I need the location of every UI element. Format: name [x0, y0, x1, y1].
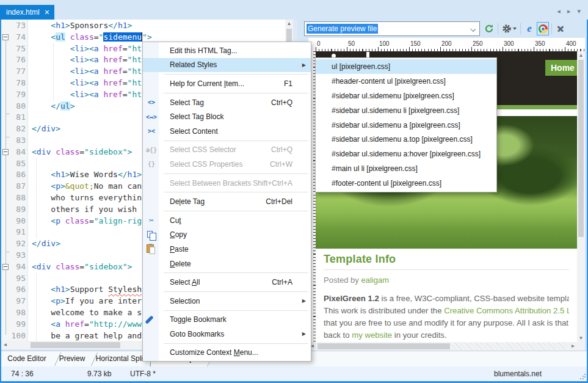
- tab-preview[interactable]: Preview: [55, 351, 89, 367]
- code-text: <li><a href="ht: [32, 78, 142, 89]
- code-line-73[interactable]: 73 <h1>Sponsors</h1>: [1, 20, 285, 32]
- preview-settings-button[interactable]: [501, 22, 518, 35]
- scrollbar-corner: [577, 342, 585, 351]
- home-nav-button[interactable]: Home: [545, 60, 577, 76]
- menu-item-edit-this-html-tag[interactable]: Edit this HTML Tag...: [143, 43, 311, 58]
- menu-item-cut[interactable]: ✂Cut: [143, 213, 311, 228]
- menu-item-label: Toggle Bookmark: [170, 315, 227, 324]
- code-token: href: [103, 55, 122, 64]
- menu-item-goto-bookmarks[interactable]: Goto Bookmarks▶: [143, 327, 311, 341]
- menu-item-selection[interactable]: Selection▶: [143, 294, 311, 308]
- code-token: "sidebox": [84, 147, 127, 156]
- menu-item-select-tag-block[interactable]: <↔>Select Tag Block: [143, 109, 311, 124]
- scrollbar-thumb[interactable]: [318, 343, 450, 349]
- submenu-item-header-content-ul-pixelgreen-css[interactable]: #header-content ul [pixelgreen.css]: [316, 74, 496, 89]
- code-token: =: [123, 90, 128, 99]
- internet-explorer-button[interactable]: e: [523, 22, 535, 35]
- ruler-label: 350: [535, 40, 545, 47]
- ruler-major-tick: [347, 47, 347, 51]
- menu-item-related-styles[interactable]: Related Styles▶: [143, 58, 311, 73]
- context-menu: Edit this HTML Tag...Related Styles▶Help…: [142, 42, 311, 362]
- line-number: 73: [1, 20, 26, 32]
- menu-item-select-css-selector: a{}Select CSS SelectorCtrl+Q: [143, 143, 311, 158]
- ruler-label: 400: [566, 40, 576, 47]
- scroll-right-icon[interactable]: ►: [569, 342, 577, 351]
- menu-item-label: Delete Tag: [170, 197, 205, 206]
- submenu-item-sidebar-ul-sidemenu-a-hover-pixelgreen-css[interactable]: #sidebar ul.sidemenu a:hover [pixelgreen…: [316, 147, 496, 161]
- submenu-item-sidebar-ul-sidemenu-pixelgreen-css[interactable]: #sidebar ul.sidemenu [pixelgreen.css]: [316, 89, 496, 103]
- code-token: >: [65, 285, 70, 294]
- menu-item-paste[interactable]: Paste: [143, 242, 311, 257]
- tab-code-editor[interactable]: Code Editor: [1, 351, 53, 367]
- scrollbar-thumb[interactable]: [578, 60, 584, 237]
- refresh-button[interactable]: [483, 22, 495, 35]
- code-token: >: [128, 147, 132, 156]
- submenu-item-main-ul-li-pixelgreen-css[interactable]: #main ul li [pixelgreen.css]: [316, 161, 496, 176]
- menu-item-customize-context-menu[interactable]: Customize Context Menu...: [143, 346, 311, 360]
- scroll-up-icon[interactable]: ▲: [577, 51, 585, 59]
- horizontal-ruler: 050100150200250300350400: [308, 38, 585, 51]
- menu-item-toggle-bookmark[interactable]: Toggle Bookmark: [143, 313, 311, 327]
- tab-horizontal-split[interactable]: Horizontal Split: [93, 351, 148, 367]
- submenu-item-sidebar-ul-sidemenu-li-pixelgreen-css[interactable]: #sidebar ul.sidemenu li [pixelgreen.css]: [316, 103, 496, 118]
- line-number: 92: [1, 238, 26, 250]
- page-link[interactable]: my website: [352, 330, 392, 340]
- code-text: who turns everythin: [32, 192, 142, 204]
- code-token: a: [94, 55, 99, 64]
- code-text: <p>&quot;No man can: [32, 181, 142, 192]
- menu-item-label: Copy: [170, 230, 187, 239]
- close-preview-button[interactable]: [554, 22, 567, 35]
- scroll-up-icon[interactable]: ▲: [285, 20, 293, 27]
- chevron-down-icon[interactable]: [470, 26, 476, 32]
- scrollbar-thumb[interactable]: [31, 342, 120, 348]
- menu-item-label: Select Content: [170, 127, 218, 136]
- tab-close-icon[interactable]: ×: [45, 9, 49, 16]
- line-number: 74: [1, 32, 26, 43]
- tab-index-html[interactable]: index.html ×: [0, 5, 54, 20]
- code-text: <div class="sidebox">: [32, 147, 132, 158]
- line-number: 89: [1, 204, 26, 216]
- line-number: 90: [1, 216, 26, 227]
- menu-item-help-for-current-item[interactable]: Help for Current Item...F1: [143, 76, 311, 91]
- statusbar: 74 : 36 9.73 kb UTF-8 * blumentals.net: [0, 367, 588, 381]
- menu-item-select-all[interactable]: Select AllCtrl+A: [143, 275, 311, 290]
- submenu-item-sidebar-ul-sidemenu-a-pixelgreen-css[interactable]: #sidebar ul.sidemenu a [pixelgreen.css]: [316, 118, 496, 133]
- menu-item-select-tag[interactable]: <>Select TagCtrl+Q: [143, 95, 311, 110]
- preview-vertical-scrollbar[interactable]: ▲ ▼: [577, 51, 585, 342]
- code-text: <h1>Wise Words</h1>: [32, 169, 142, 181]
- code-text: <li><a href="ht: [32, 89, 142, 101]
- submenu-item-ul-pixelgreen-css[interactable]: ul [pixelgreen.css]: [316, 59, 496, 74]
- resize-grip[interactable]: [579, 374, 586, 380]
- code-token: Wise Words: [70, 170, 118, 179]
- submenu-item-sidebar-ul-sidemenu-a-top-pixelgreen-css[interactable]: #sidebar ul.sidemenu a.top [pixelgreen.c…: [316, 132, 496, 147]
- menu-item-label: Select Between Brackets: [170, 179, 251, 188]
- code-token: h1: [118, 21, 128, 30]
- menu-item-copy[interactable]: Copy: [143, 228, 311, 243]
- related-styles-submenu: ul [pixelgreen.css]#header-content ul [p…: [315, 57, 497, 192]
- description-line: PixelGreen 1.2 is a free, W3C-compliant,…: [324, 293, 569, 305]
- menu-item-delete-tag[interactable]: Delete TagCtrl+Del: [143, 194, 311, 209]
- code-token: Stylesh: [108, 285, 142, 294]
- code-token: </: [32, 239, 42, 248]
- scroll-down-icon[interactable]: ▼: [577, 334, 585, 342]
- menu-item-label: Edit this HTML Tag...: [170, 46, 238, 55]
- select-content-icon: ><: [145, 128, 158, 134]
- menu-item-select-content[interactable]: ><Select Content: [143, 124, 311, 139]
- preview-mode-combobox[interactable]: Generate preview file: [304, 21, 480, 36]
- code-token: >: [70, 101, 75, 111]
- page-link[interactable]: ealigam: [361, 275, 389, 285]
- submenu-item-footer-content-ul-pixelgreen-css[interactable]: #footer-content ul [pixelgreen.css]: [316, 176, 496, 191]
- line-number: 75: [1, 43, 26, 55]
- select-tag-icon: <>: [145, 99, 158, 106]
- code-token: [51, 262, 56, 271]
- page-link[interactable]: Creative Commons Attribution 2.5 License…: [444, 306, 569, 315]
- code-token: &quot;: [65, 181, 94, 191]
- scroll-left-icon[interactable]: ◄: [1, 341, 9, 349]
- code-text: </div>: [32, 238, 60, 250]
- code-token: p: [56, 296, 60, 305]
- tab-scroll-arrows-icon[interactable]: ◂ ▸ ▾: [557, 7, 583, 15]
- menu-item-delete[interactable]: Delete: [143, 257, 311, 271]
- chrome-button[interactable]: [537, 22, 549, 35]
- code-token: >: [60, 296, 65, 305]
- preview-horizontal-scrollbar[interactable]: ◄ ►: [308, 342, 577, 351]
